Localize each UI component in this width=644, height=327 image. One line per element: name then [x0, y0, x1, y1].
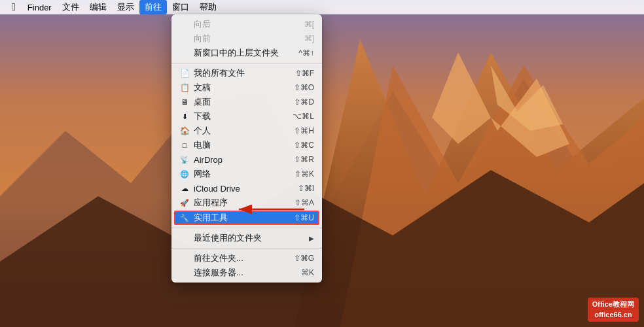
menubar:  Finder 文件 编辑 显示 前往 窗口 帮助	[0, 0, 644, 14]
network-icon: 🌐	[179, 170, 190, 179]
file-menu[interactable]: 文件	[57, 0, 84, 14]
menu-item-connect-server[interactable]: 连接服务器... ⌘K	[171, 266, 322, 280]
menu-item-downloads[interactable]: ⬇ 下载 ⌥⌘L	[171, 109, 322, 124]
menu-item-desktop[interactable]: 🖥 桌面 ⇧⌘D	[171, 95, 322, 109]
window-menu[interactable]: 窗口	[167, 0, 194, 14]
menu-item-goto-folder[interactable]: 前往文件夹... ⇧⌘G	[171, 251, 322, 266]
menu-item-utilities[interactable]: 🔧 实用工具 ⇧⌘U	[174, 211, 319, 225]
watermark-badge: Office教程网 office66.cn	[588, 298, 639, 322]
watermark-line2: office66.cn	[592, 310, 634, 320]
menu-item-forward[interactable]: 向前 ⌘]	[171, 31, 322, 46]
utilities-icon: 🔧	[179, 214, 190, 222]
mountain-overlay	[0, 0, 644, 327]
icloud-icon: ☁	[179, 184, 190, 193]
menu-item-back[interactable]: 向后 ⌘[	[171, 17, 322, 31]
help-menu[interactable]: 帮助	[194, 0, 222, 14]
menu-item-icloud[interactable]: ☁ iCloud Drive ⇧⌘I	[171, 181, 322, 196]
view-menu[interactable]: 显示	[112, 0, 139, 14]
edit-menu[interactable]: 编辑	[84, 0, 112, 14]
applications-icon: 🚀	[179, 199, 190, 207]
menu-item-documents[interactable]: 📋 文稿 ⇧⌘O	[171, 80, 322, 95]
menu-item-computer[interactable]: □ 电脑 ⇧⌘C	[171, 138, 322, 152]
separator-1	[171, 63, 322, 63]
go-menu[interactable]: 前往	[139, 0, 167, 14]
go-dropdown-menu: 向后 ⌘[ 向前 ⌘] 新窗口中的上层文件夹 ^⌘↑ 📄 我的所有文件 ⇧⌘F …	[171, 14, 322, 283]
menu-item-enclosing[interactable]: 新窗口中的上层文件夹 ^⌘↑	[171, 46, 322, 60]
menu-item-network[interactable]: 🌐 网络 ⇧⌘K	[171, 167, 322, 181]
menu-item-applications[interactable]: 🚀 应用程序 ⇧⌘A	[171, 196, 322, 210]
menu-item-home[interactable]: 🏠 个人 ⇧⌘H	[171, 124, 322, 138]
separator-2	[171, 228, 322, 228]
menu-item-airdrop[interactable]: 📡 AirDrop ⇧⌘R	[171, 152, 322, 167]
menu-item-recent-folders[interactable]: 最近使用的文件夹 ▶	[171, 231, 322, 245]
finder-menu[interactable]: Finder	[22, 0, 57, 14]
separator-3	[171, 248, 322, 249]
apple-menu[interactable]: 	[5, 0, 22, 14]
menu-item-all-files[interactable]: 📄 我的所有文件 ⇧⌘F	[171, 66, 322, 80]
computer-icon: □	[179, 141, 190, 149]
download-icon: ⬇	[179, 112, 190, 121]
desktop-icon: 🖥	[179, 97, 190, 107]
documents-icon: 📋	[179, 83, 190, 92]
watermark-line1: Office教程网	[592, 300, 634, 309]
airdrop-icon: 📡	[179, 156, 190, 164]
home-icon: 🏠	[179, 126, 190, 135]
all-files-icon: 📄	[179, 69, 190, 78]
watermark: Office教程网 office66.cn	[588, 298, 639, 322]
